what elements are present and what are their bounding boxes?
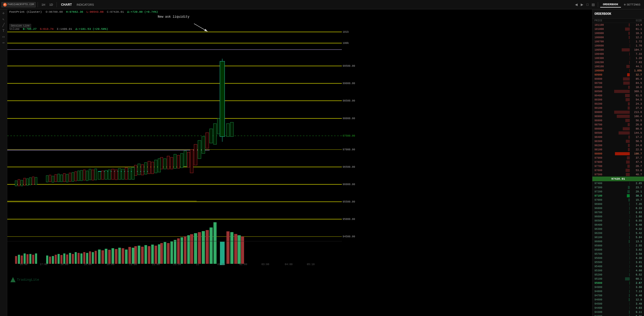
svg-rect-101 [15, 256, 17, 264]
ob-ask-row[interactable]: 100400 7.33 [592, 52, 644, 56]
fullscreen-btn[interactable]: □ [585, 2, 590, 7]
ob-ask-row[interactable]: 98300 50.5 [592, 139, 644, 143]
ob-bid-row[interactable]: 94600 12.9 [592, 298, 644, 302]
line-icon[interactable]: ╱ [2, 23, 4, 27]
camera-btn[interactable]: ▤ [591, 2, 596, 7]
ob-ask-row[interactable]: 98700 26.8 [592, 123, 644, 127]
ob-bid-row[interactable]: 96400 8.48 [592, 223, 644, 227]
ob-bid-row[interactable]: 94700 9.40 [592, 293, 644, 298]
ob-bid-row[interactable]: 97200 29.1 [592, 190, 644, 194]
volume-total: Σ:1409.01 [57, 28, 72, 31]
svg-rect-163 [230, 232, 233, 264]
ob-bid-row[interactable]: 94500 3.49 [592, 302, 644, 306]
ob-bid-row[interactable]: 95100 60.1 [592, 277, 644, 281]
text-icon[interactable]: T [2, 29, 4, 33]
ob-ask-row[interactable]: 99900 32.7 [592, 73, 644, 77]
ob-ask-row[interactable]: 100600 1.70 [592, 44, 644, 48]
orderbook-tab[interactable]: ORDERBOOK [600, 2, 621, 8]
ob-bid-row[interactable]: 96300 4.32 [592, 227, 644, 231]
crosshair-icon[interactable]: ✛ [2, 11, 4, 15]
settings-btn[interactable]: ⚙ SETTINGS [622, 2, 642, 7]
cursor-icon[interactable]: ↖ [2, 17, 4, 21]
ob-ask-row[interactable]: 100300 1.28 [592, 56, 644, 60]
ob-ask-row[interactable]: 100800 12.2 [592, 35, 644, 39]
ob-bid-row[interactable]: 95900 2.55 [592, 244, 644, 248]
ob-ask-row[interactable]: 98000 190.7 [592, 152, 644, 156]
indicators-btn[interactable]: INDICATORS [75, 3, 95, 7]
ob-bid-row[interactable]: 97100 38.3 [592, 194, 644, 198]
ob-ask-row[interactable]: 98500 144.5 [592, 131, 644, 135]
ob-ask-row[interactable]: 99100 27.4 [592, 106, 644, 110]
ob-ask-row[interactable]: 97900 37.7 [592, 156, 644, 160]
ob-bid-row[interactable]: 94300 9.11 [592, 310, 644, 314]
ob-bid-row[interactable]: 96600 1.66 [592, 214, 644, 219]
ob-ask-row[interactable]: 99000 213.6 [592, 110, 644, 114]
ob-bid-row[interactable]: 95000 2.67 [592, 281, 644, 285]
ob-bid-row[interactable]: 95400 4.49 [592, 264, 644, 268]
ob-ask-row[interactable]: 99200 24.3 [592, 102, 644, 106]
ob-bid-row[interactable]: 95300 4.60 [592, 268, 644, 273]
ob-ask-row[interactable]: 101000 61.1 [592, 27, 644, 31]
ob-ask-row[interactable]: 99800 85.4 [592, 77, 644, 81]
ob-ask-row[interactable]: 100100 44.1 [592, 64, 644, 69]
ob-bid-row[interactable]: 96000 13.3 [592, 239, 644, 244]
measure-icon[interactable]: ⇔ [2, 41, 4, 45]
volume-label: Volume [9, 28, 20, 31]
ob-bid-row[interactable]: 95800 3.02 [592, 248, 644, 252]
ob-ask-row[interactable]: 99600 18.6 [592, 85, 644, 89]
ob-ask-row[interactable]: 97800 47.4 [592, 160, 644, 164]
ob-ask-row[interactable]: 99300 54.5 [592, 98, 644, 102]
svg-rect-137 [132, 248, 134, 264]
svg-rect-108 [35, 253, 37, 264]
ob-bid-row[interactable]: 96100 5.84 [592, 235, 644, 239]
svg-rect-50 [174, 154, 176, 169]
back-btn[interactable]: ◀ [574, 2, 579, 7]
ob-bid-row[interactable]: 97300 23.7 [592, 185, 644, 190]
rect-icon[interactable]: ▭ [2, 35, 4, 39]
ob-bid-row[interactable]: 95200 6.52 [592, 273, 644, 277]
ob-ask-row[interactable]: 100000 1.85k [592, 69, 644, 73]
ob-ask-row[interactable]: 100700 1.72 [592, 39, 644, 44]
ob-bid-row[interactable]: 95600 4.38 [592, 256, 644, 260]
ob-ask-row[interactable]: 98800 56.5 [592, 118, 644, 123]
ob-ask-row[interactable]: 97700 28.7 [592, 164, 644, 168]
forward-btn[interactable]: ▶ [580, 2, 584, 7]
svg-rect-121 [80, 253, 82, 264]
svg-rect-79 [29, 178, 31, 185]
ob-bid-row[interactable]: 97000 15.7 [592, 198, 644, 202]
logo[interactable]: P PARSIANCRYPTO.COM [2, 2, 36, 7]
ob-ask-row[interactable]: 101100 14.4 [592, 23, 644, 27]
ob-ask-row[interactable]: 100200 7.93 [592, 60, 644, 64]
ob-bid-row[interactable]: 96500 6.55 [592, 219, 644, 223]
ob-bid-row[interactable]: 94200 5.31 [592, 314, 644, 316]
ob-ask-row[interactable]: 99500 369.1 [592, 89, 644, 93]
svg-text:97000.00: 97000.00 [343, 148, 355, 151]
ob-ask-row[interactable]: 97600 53.8 [592, 168, 644, 172]
ob-ask-row[interactable]: 100500 104.7 [592, 48, 644, 52]
ob-bid-row[interactable]: 96800 6.33 [592, 206, 644, 210]
watermark-text: TradingLite [17, 278, 39, 282]
ob-bid-row[interactable]: 94800 7.13 [592, 289, 644, 293]
ob-ask-row[interactable]: 100900 18.3 [592, 31, 644, 35]
ob-bid-row[interactable]: 96700 6.03 [592, 210, 644, 214]
ob-ask-row[interactable]: 98200 24.6 [592, 143, 644, 147]
ob-ask-row[interactable]: 97500 48.7 [592, 172, 644, 177]
ob-ask-row[interactable]: 99400 61.5 [592, 93, 644, 98]
chart-tab[interactable]: CHART [59, 2, 74, 7]
ob-bid-row[interactable]: 97400 2.65 [592, 181, 644, 185]
timeframe-1h[interactable]: 1H [40, 3, 47, 7]
ob-ask-row[interactable]: 98400 17.2 [592, 135, 644, 139]
ob-bid-row[interactable]: 96200 5.42 [592, 231, 644, 235]
ob-ask-row[interactable]: 98600 88.6 [592, 127, 644, 131]
ob-ask-row[interactable]: 99700 84.5 [592, 81, 644, 85]
svg-rect-124 [89, 251, 91, 264]
timeframe-1d[interactable]: 1D [48, 3, 54, 7]
ob-ask-row[interactable]: 98900 166.4 [592, 114, 644, 118]
ob-bid-row[interactable]: 94400 4.03 [592, 306, 644, 310]
ob-bid-row[interactable]: 95500 3.91 [592, 260, 644, 264]
ob-bid-row[interactable]: 95700 3.59 [592, 252, 644, 256]
ob-bid-row[interactable]: 96900 7.35 [592, 202, 644, 206]
svg-text:01:00: 01:00 [217, 263, 225, 266]
ob-ask-row[interactable]: 98100 22.9 [592, 147, 644, 152]
ob-bid-row[interactable]: 94900 3.68 [592, 285, 644, 289]
